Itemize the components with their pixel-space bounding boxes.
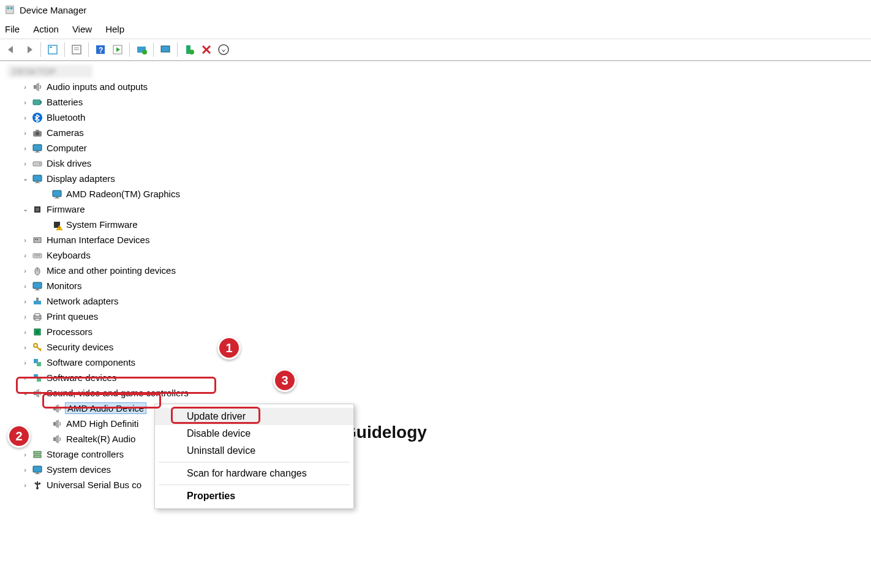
tree-device-label: System Firmware [65, 219, 139, 230]
expand-arrow-icon[interactable]: › [21, 113, 29, 122]
tree-category-label: Disk drives [45, 158, 92, 168]
cpu-icon [32, 326, 43, 337]
toolbar-properties-icon[interactable] [69, 42, 85, 58]
toolbar-display-icon[interactable] [157, 42, 173, 58]
tree-category-processors[interactable]: ›Processors [0, 324, 871, 339]
expand-arrow-icon[interactable]: › [21, 251, 29, 260]
tree-category-printq[interactable]: ›Print queues [0, 309, 871, 324]
context-menu-disable[interactable]: Disable device [155, 425, 353, 442]
tree-category-swdev[interactable]: ›Software devices [0, 370, 871, 385]
toolbar-uninstall-icon[interactable] [198, 42, 214, 58]
expand-arrow-icon[interactable]: › [21, 144, 29, 153]
toolbar-scan-icon[interactable] [110, 42, 126, 58]
tree-category-computer[interactable]: ›Computer [0, 140, 871, 156]
expand-arrow-icon[interactable]: ⌄ [21, 175, 29, 183]
tree-category-label: Security devices [45, 342, 115, 352]
expand-arrow-icon[interactable]: › [21, 358, 29, 367]
menu-help[interactable]: Help [105, 24, 124, 34]
context-menu-separator [159, 462, 350, 462]
tree-category-label: Audio inputs and outputs [45, 81, 149, 92]
expand-arrow-icon[interactable]: › [21, 159, 29, 168]
svg-marker-68 [221, 47, 226, 52]
expand-arrow-icon[interactable]: › [21, 374, 29, 382]
tree-device-sysfw[interactable]: System Firmware [0, 217, 871, 232]
svg-point-64 [189, 50, 194, 55]
tree-category-batteries[interactable]: ›Batteries [0, 94, 871, 110]
expand-arrow-icon[interactable]: ⌄ [21, 205, 29, 214]
toolbar-forward-icon[interactable] [21, 42, 37, 58]
tree-category-sound[interactable]: ⌄Sound, video and game controllers [0, 385, 871, 401]
context-menu-update[interactable]: Update driver [155, 408, 353, 425]
expand-arrow-icon[interactable]: › [21, 481, 29, 489]
tree-device-amd-radeon[interactable]: AMD Radeon(TM) Graphics [0, 186, 871, 202]
tree-device-amd-hd[interactable]: AMD High Definiti [0, 416, 871, 431]
component-icon [32, 357, 43, 368]
svg-marker-59 [116, 47, 120, 52]
tree-category-label: Print queues [45, 311, 99, 322]
tree-category-network[interactable]: ›Network adapters [0, 293, 871, 309]
tree-category-monitors[interactable]: ›Monitors [0, 278, 871, 293]
toolbar-help-icon[interactable]: ? [92, 42, 108, 58]
menu-view[interactable]: View [72, 24, 92, 34]
battery-icon [32, 97, 43, 108]
expand-arrow-icon[interactable]: › [21, 98, 29, 107]
printer-icon [32, 311, 43, 322]
toolbar-enable-icon[interactable] [181, 42, 197, 58]
expand-arrow-icon[interactable]: › [21, 450, 29, 459]
tree-category-display[interactable]: ⌄Display adapters [0, 171, 871, 186]
menubar: File Action View Help [0, 20, 871, 39]
root-computer-node[interactable]: DESKTOP [7, 65, 92, 78]
expand-arrow-icon[interactable]: ⌄ [21, 389, 29, 398]
tree-category-swcomp[interactable]: ›Software components [0, 355, 871, 370]
toolbar-back-icon[interactable] [4, 42, 20, 58]
expand-arrow-icon[interactable]: › [21, 312, 29, 321]
tree-category-cameras[interactable]: ›Cameras [0, 125, 871, 140]
component-icon [32, 372, 43, 383]
expand-arrow-icon[interactable]: › [21, 466, 29, 474]
svg-marker-50 [28, 46, 32, 53]
expand-arrow-icon[interactable]: › [21, 266, 29, 275]
toolbar-install-icon[interactable] [216, 42, 232, 58]
context-menu-scan[interactable]: Scan for hardware changes [155, 465, 353, 482]
context-menu-uninstall[interactable]: Uninstall device [155, 442, 353, 459]
tree-category-diskdrives[interactable]: ›Disk drives [0, 156, 871, 171]
svg-text:?: ? [99, 46, 103, 55]
tree-category-label: Universal Serial Bus co [45, 480, 143, 490]
expand-arrow-icon[interactable]: › [21, 236, 29, 244]
expand-arrow-icon[interactable]: › [21, 83, 29, 91]
expand-arrow-icon[interactable]: › [21, 297, 29, 306]
tree-category-sysdev[interactable]: ›System devices [0, 462, 871, 477]
menu-file[interactable]: File [5, 24, 20, 34]
expand-arrow-icon[interactable]: › [21, 343, 29, 352]
context-menu-props[interactable]: Properties [155, 488, 353, 505]
tree-category-storage[interactable]: ›Storage controllers [0, 447, 871, 462]
toolbar-show-hidden-icon[interactable] [45, 42, 61, 58]
bluetooth-icon [32, 112, 43, 123]
context-menu-separator [159, 484, 350, 485]
monitor-icon [32, 173, 43, 184]
tree-category-audio-io[interactable]: ›Audio inputs and outputs [0, 79, 871, 94]
tree-device-realtek[interactable]: Realtek(R) Audio [0, 431, 871, 447]
tree-category-bluetooth[interactable]: ›Bluetooth [0, 110, 871, 125]
expand-arrow-icon[interactable]: › [21, 129, 29, 137]
tree-category-label: Batteries [45, 97, 84, 107]
monitor-icon [32, 143, 43, 154]
tree-category-security[interactable]: ›Security devices [0, 339, 871, 355]
disk-icon [32, 158, 43, 169]
expand-arrow-icon[interactable]: › [21, 282, 29, 290]
tree-category-keyboards[interactable]: ›Keyboards [0, 247, 871, 263]
tree-category-mice[interactable]: ›Mice and other pointing devices [0, 263, 871, 278]
tree-device-amd-audio[interactable]: AMD Audio Device [0, 401, 871, 416]
tree-category-usb[interactable]: ›Universal Serial Bus co [0, 477, 871, 492]
tree-category-label: Software devices [45, 372, 118, 383]
toolbar-update-driver-icon[interactable] [134, 42, 149, 58]
tree-category-hid[interactable]: ›Human Interface Devices [0, 232, 871, 247]
tree-category-firmware[interactable]: ⌄Firmware [0, 202, 871, 217]
menu-action[interactable]: Action [33, 24, 59, 34]
context-menu: Update driverDisable deviceUninstall dev… [154, 404, 354, 509]
keyboard-icon [32, 250, 43, 261]
key-icon [32, 342, 43, 353]
expand-arrow-icon[interactable]: › [21, 328, 29, 336]
monitor-icon [32, 464, 43, 475]
svg-marker-49 [8, 46, 13, 53]
